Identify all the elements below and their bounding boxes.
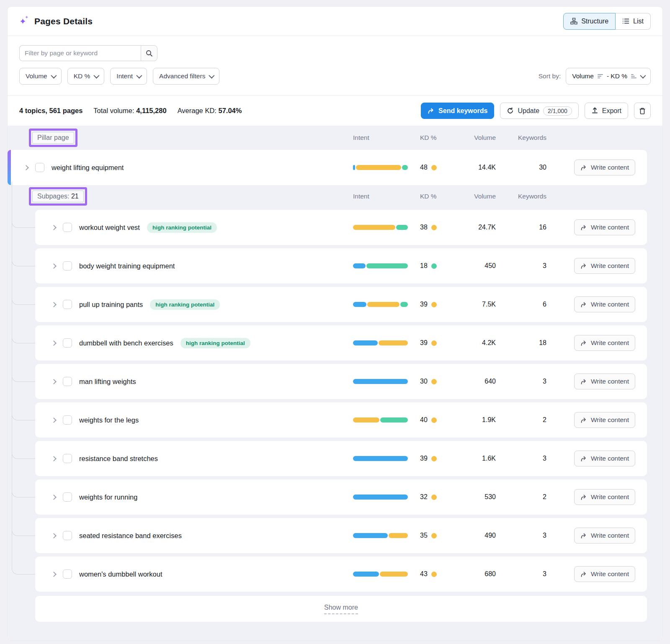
chevron-down-icon	[94, 73, 100, 79]
kd-value: 39	[420, 455, 428, 462]
keywords-value: 2	[496, 493, 546, 501]
expand-chevron-icon[interactable]	[51, 302, 57, 307]
expand-chevron-icon[interactable]	[23, 165, 29, 170]
kd-value: 39	[420, 339, 428, 347]
expand-chevron-icon[interactable]	[51, 456, 57, 461]
row-checkbox[interactable]	[35, 163, 44, 172]
write-content-arrow-icon	[580, 533, 587, 539]
refresh-icon	[507, 107, 514, 114]
write-content-button[interactable]: Write content	[574, 160, 635, 175]
send-keywords-button[interactable]: Send keywords	[421, 103, 494, 119]
total-volume-label: Total volume:	[93, 107, 134, 114]
subpage-row[interactable]: weights for running 32 530 2 Write conte…	[35, 479, 647, 515]
pillar-page-row[interactable]: weight lifting equipment 48 14.4K 30	[8, 150, 647, 185]
sort-dropdown[interactable]: Volume - KD %	[566, 68, 651, 85]
expand-chevron-icon[interactable]	[51, 572, 57, 577]
subpage-row[interactable]: dumbbell with bench exercises high ranki…	[35, 325, 647, 361]
subpage-row[interactable]: weights for the legs 40 1.9K 2 Write con…	[35, 402, 647, 438]
keywords-value: 18	[496, 339, 546, 347]
write-content-arrow-icon	[580, 301, 587, 308]
write-content-button[interactable]: Write content	[574, 412, 635, 428]
filter-volume-label: Volume	[26, 72, 47, 80]
intent-bar	[353, 225, 408, 230]
show-more-button[interactable]: Show more	[324, 604, 358, 614]
pages-details-panel: ✦✦ Pages Details Structure	[7, 6, 663, 641]
write-content-button[interactable]: Write content	[574, 296, 635, 312]
filter-volume-dropdown[interactable]: Volume	[19, 68, 62, 85]
intent-bar	[353, 340, 408, 345]
write-content-button[interactable]: Write content	[574, 258, 635, 274]
write-content-button[interactable]: Write content	[574, 374, 635, 389]
write-content-button[interactable]: Write content	[574, 566, 635, 582]
write-content-button[interactable]: Write content	[574, 489, 635, 505]
chevron-down-icon	[209, 73, 215, 79]
filter-intent-dropdown[interactable]: Intent	[110, 68, 147, 85]
row-checkbox[interactable]	[63, 454, 72, 463]
search-button[interactable]	[141, 45, 157, 61]
expand-chevron-icon[interactable]	[51, 533, 57, 538]
kd-value: 32	[420, 493, 428, 501]
row-checkbox[interactable]	[63, 531, 72, 540]
subpage-row[interactable]: body weight training equipment 18 450 3 …	[35, 248, 647, 283]
filter-kd-dropdown[interactable]: KD %	[67, 68, 105, 85]
search-input[interactable]	[19, 45, 141, 61]
subpage-row[interactable]: seated resistance band exercises 35 490 …	[35, 518, 647, 553]
row-checkbox[interactable]	[63, 338, 72, 348]
advanced-filters-dropdown[interactable]: Advanced filters	[153, 68, 219, 85]
row-checkbox[interactable]	[63, 569, 72, 579]
search-icon	[146, 50, 153, 57]
kd-dot	[431, 379, 437, 384]
subpage-row[interactable]: workout weight vest high ranking potenti…	[35, 210, 647, 245]
write-content-button[interactable]: Write content	[574, 335, 635, 351]
row-checkbox[interactable]	[63, 223, 72, 232]
write-content-arrow-icon	[580, 340, 587, 346]
sort-by-label: Sort by:	[539, 72, 561, 80]
expand-chevron-icon[interactable]	[51, 417, 57, 423]
structure-label: Structure	[581, 18, 608, 25]
row-checkbox[interactable]	[63, 377, 72, 386]
keywords-column-header: Keywords	[496, 134, 546, 142]
structure-icon	[570, 18, 577, 25]
kd-dot	[431, 340, 437, 346]
structure-view-button[interactable]: Structure	[563, 13, 616, 30]
summary-bar: 4 topics, 561 pages Total volume: 4,115,…	[8, 95, 662, 126]
volume-value: 4.2K	[458, 339, 496, 347]
expand-chevron-icon[interactable]	[51, 495, 57, 500]
list-view-button[interactable]: List	[616, 13, 651, 30]
row-checkbox[interactable]	[63, 492, 72, 502]
subpage-row[interactable]: pull up training pants high ranking pote…	[35, 287, 647, 322]
update-button[interactable]: Update 2/1,000	[500, 103, 578, 119]
show-more-card: Show more	[35, 596, 647, 622]
kd-column-header: KD %	[420, 193, 458, 200]
kd-column-header: KD %	[420, 134, 458, 142]
send-arrow-icon	[428, 108, 435, 114]
sort-desc-icon	[598, 74, 603, 78]
volume-value: 24.7K	[458, 224, 496, 231]
advanced-filters-label: Advanced filters	[159, 72, 205, 80]
row-checkbox[interactable]	[63, 415, 72, 425]
row-checkbox[interactable]	[63, 300, 72, 309]
keywords-value: 6	[496, 301, 546, 308]
expand-chevron-icon[interactable]	[51, 225, 57, 230]
expand-chevron-icon[interactable]	[51, 379, 57, 384]
page-label: seated resistance band exercises	[79, 532, 182, 540]
delete-button[interactable]	[634, 103, 651, 119]
page-label: women's dumbbell workout	[79, 570, 162, 578]
expand-chevron-icon[interactable]	[51, 263, 57, 269]
write-content-label: Write content	[591, 416, 629, 424]
export-button[interactable]: Export	[585, 103, 628, 119]
write-content-arrow-icon	[580, 456, 587, 462]
write-content-label: Write content	[591, 570, 629, 578]
subpage-row[interactable]: women's dumbbell workout 43 680 3 Write …	[35, 556, 647, 592]
write-content-button[interactable]: Write content	[574, 219, 635, 235]
write-content-label: Write content	[591, 532, 629, 539]
row-checkbox[interactable]	[63, 261, 72, 270]
write-content-label: Write content	[591, 224, 629, 231]
subpage-row[interactable]: man lifting weights 30 640 3 Write conte…	[35, 364, 647, 399]
write-content-button[interactable]: Write content	[574, 451, 635, 466]
view-toggle: Structure List	[563, 13, 651, 30]
kd-dot	[431, 456, 437, 461]
write-content-button[interactable]: Write content	[574, 528, 635, 544]
subpage-row[interactable]: resistance band stretches 39 1.6K 3 Writ…	[35, 441, 647, 476]
expand-chevron-icon[interactable]	[51, 340, 57, 346]
